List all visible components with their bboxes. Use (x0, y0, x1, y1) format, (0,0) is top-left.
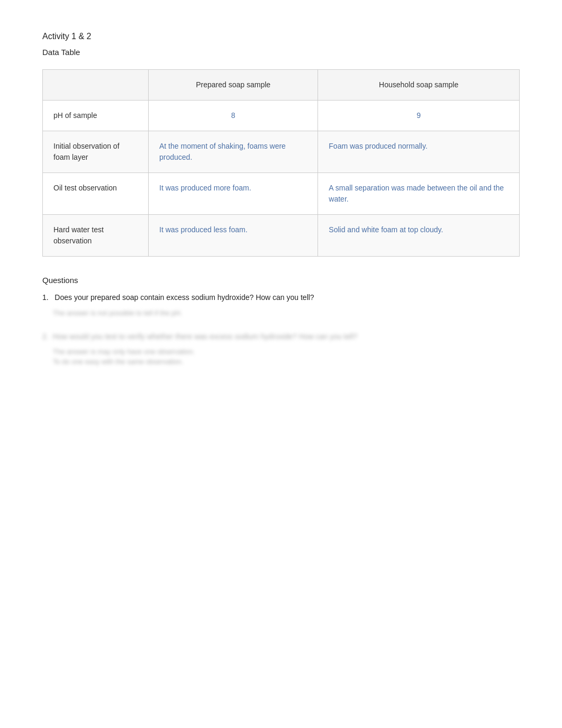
table-cell-label-hardwater: Hard water test observation (43, 215, 149, 257)
question-1-number: 1. (42, 293, 49, 302)
table-cell-label-oil: Oil test observation (43, 173, 149, 215)
table-header-prepared: Prepared soap sample (149, 70, 318, 101)
table-header-household: Household soap sample (318, 70, 520, 101)
question-2-text: 2. How would you test to verify whether … (42, 331, 520, 342)
table-cell-foam-prepared: At the moment of shaking, foams were pro… (149, 131, 318, 173)
page-title: Activity 1 & 2 (42, 32, 520, 41)
table-cell-foam-household: Foam was produced normally. (318, 131, 520, 173)
data-table: Prepared soap sample Household soap samp… (42, 69, 520, 257)
table-cell-oil-household: A small separation was made between the … (318, 173, 520, 215)
table-cell-label-ph: pH of sample (43, 101, 149, 131)
table-cell-ph-prepared: 8 (149, 101, 318, 131)
question-2-answer: The answer is may only have one observat… (53, 347, 520, 367)
table-cell-label-foam: Initial observation of foam layer (43, 131, 149, 173)
table-cell-hardwater-household: Solid and white foam at top cloudy. (318, 215, 520, 257)
table-header-empty (43, 70, 149, 101)
table-row: Initial observation of foam layer At the… (43, 131, 520, 173)
questions-title: Questions (42, 276, 520, 285)
question-1-body: Does your prepared soap contain excess s… (55, 293, 314, 302)
question-1-text: 1. Does your prepared soap contain exces… (42, 293, 520, 302)
question-2: 2. How would you test to verify whether … (42, 331, 520, 367)
table-cell-ph-household: 9 (318, 101, 520, 131)
table-cell-oil-prepared: It was produced more foam. (149, 173, 318, 215)
question-1-answer: The answer is not possible to tell if th… (53, 308, 520, 319)
question-1: 1. Does your prepared soap contain exces… (42, 293, 520, 319)
section-subtitle: Data Table (42, 48, 520, 57)
questions-section: Questions 1. Does your prepared soap con… (42, 276, 520, 367)
table-row: Oil test observation It was produced mor… (43, 173, 520, 215)
table-cell-hardwater-prepared: It was produced less foam. (149, 215, 318, 257)
table-row: pH of sample 8 9 (43, 101, 520, 131)
table-row: Hard water test observation It was produ… (43, 215, 520, 257)
